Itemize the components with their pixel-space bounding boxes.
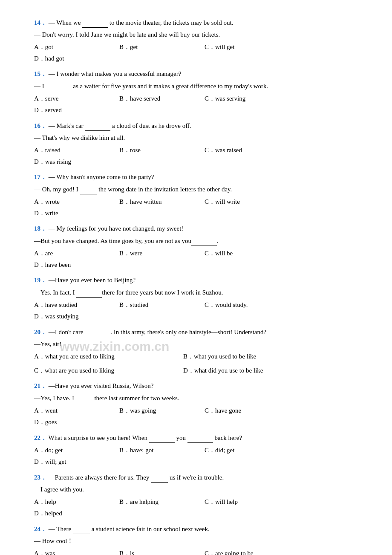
- q22-optD: D．will; get: [34, 456, 115, 468]
- q18-number: 18．: [34, 225, 47, 232]
- q17-optD: D．write: [34, 208, 115, 219]
- q14-optC: C．will get: [205, 41, 285, 53]
- q16-optA: A．raised: [34, 145, 115, 156]
- q19-optB: B．studied: [119, 299, 200, 311]
- q14-line2: — Don't worry. I told Jane we might be l…: [34, 29, 358, 40]
- q18-line2: —But you have changed. As time goes by, …: [34, 235, 358, 246]
- q17-options: A．wrote B．have written C．will write D．wr…: [34, 196, 358, 219]
- q15-blank1: [46, 81, 72, 91]
- q23-number: 23．: [34, 474, 47, 481]
- q22-blank1: [149, 432, 175, 443]
- q20-options2: C．what are you used to liking D．what did…: [34, 365, 358, 376]
- q18-line1: 18． — My feelings for you have not chang…: [34, 223, 358, 234]
- q17-optB: B．have written: [119, 196, 200, 208]
- q24-options: A．was B．is C．are going to be D．is going …: [34, 548, 358, 555]
- q21-optA: A．went: [34, 405, 115, 416]
- q15-number: 15．: [34, 70, 47, 77]
- q16-optC: C．was raised: [205, 145, 285, 156]
- q17-optC: C．will write: [205, 196, 285, 208]
- q15-optB: B．have served: [119, 93, 200, 104]
- question-15: 15． — I wonder what makes you a successf…: [34, 69, 358, 116]
- q15-optA: A．serve: [34, 93, 115, 104]
- q19-optA: A．have studied: [34, 299, 115, 311]
- q21-optD: D．goes: [34, 416, 115, 428]
- q19-line1: 19． —Have you ever been to Beijing?: [34, 275, 358, 285]
- q19-number: 19．: [34, 277, 47, 283]
- q14-optB: B．get: [119, 41, 200, 53]
- q20-optB: B．what you used to be like: [183, 351, 328, 362]
- q22-blank2: [187, 432, 213, 443]
- question-16: 16． — Mark's car a cloud of dust as he d…: [34, 120, 358, 168]
- q24-optA: A．was: [34, 548, 115, 555]
- q22-line1: 22． What a surprise to see you here! Whe…: [34, 432, 358, 443]
- q16-line1: 16． — Mark's car a cloud of dust as he d…: [34, 120, 358, 131]
- q17-number: 17．: [34, 173, 47, 180]
- q20-optC: C．what are you used to liking: [34, 365, 179, 376]
- q23-optB: B．are helping: [119, 496, 200, 508]
- q18-optC: C．will be: [205, 248, 285, 259]
- q21-options: A．went B．was going C．have gone D．goes: [34, 405, 358, 428]
- q15-line1: 15． — I wonder what makes you a successf…: [34, 69, 358, 79]
- q19-optC: C．would study.: [205, 299, 285, 311]
- q20-optD: D．what did you use to be like: [183, 365, 328, 376]
- q21-blank1: [76, 393, 93, 403]
- q21-line1: 21． —Have you ever visited Russia, Wilso…: [34, 381, 358, 391]
- q22-options: A．do; get B．have; got C．did; get D．will;…: [34, 445, 358, 468]
- q16-line2: — That's why we dislike him at all.: [34, 133, 358, 143]
- question-21: 21． —Have you ever visited Russia, Wilso…: [34, 381, 358, 428]
- q19-optD: D．was studying: [34, 311, 115, 322]
- q24-line1: 24． — There a student science fair in ou…: [34, 523, 358, 534]
- q23-line2: —I agree with you.: [34, 484, 358, 494]
- q18-optB: B．were: [119, 248, 200, 259]
- q15-optC: C．was serving: [205, 93, 285, 104]
- question-18: 18． — My feelings for you have not chang…: [34, 223, 358, 271]
- question-24: 24． — There a student science fair in ou…: [34, 523, 358, 555]
- q23-optD: D．helped: [34, 508, 115, 519]
- q24-optC: C．are going to be: [205, 548, 285, 555]
- q23-optA: A．help: [34, 496, 115, 508]
- q14-options: A．got B．get C．will get D．had got: [34, 41, 358, 64]
- q14-optA: A．got: [34, 41, 115, 53]
- q16-blank1: [85, 120, 110, 131]
- q22-optA: A．do; get: [34, 445, 115, 456]
- q17-line2: — Oh, my god! I the wrong date in the in…: [34, 184, 358, 194]
- q21-line2: —Yes, I have. I there last summer for tw…: [34, 393, 358, 403]
- q24-optB: B．is: [119, 548, 200, 555]
- q14-number: 14．: [34, 19, 47, 26]
- q18-options: A．are B．were C．will be D．have been: [34, 248, 358, 271]
- q14-optD: D．had got: [34, 53, 115, 64]
- question-22: 22． What a surprise to see you here! Whe…: [34, 432, 358, 468]
- question-23: 23． —Parents are always there for us. Th…: [34, 472, 358, 519]
- q21-optB: B．was going: [119, 405, 200, 416]
- q21-optC: C．have gone: [205, 405, 285, 416]
- q18-optA: A．are: [34, 248, 115, 259]
- q16-options: A．raised B．rose C．was raised D．was risin…: [34, 145, 358, 168]
- q22-number: 22．: [34, 434, 47, 441]
- q18-blank1: [191, 235, 217, 246]
- q22-optB: B．have; got: [119, 445, 200, 456]
- q19-line2: —Yes. In fact, I there for three years b…: [34, 287, 358, 298]
- question-19: 19． —Have you ever been to Beijing? —Yes…: [34, 275, 358, 322]
- q23-optC: C．will help: [205, 496, 285, 508]
- q23-line1: 23． —Parents are always there for us. Th…: [34, 472, 358, 483]
- q18-optD: D．have been: [34, 259, 115, 271]
- q15-options: A．serve B．have served C．was serving D．se…: [34, 93, 358, 116]
- q21-number: 21．: [34, 382, 47, 389]
- question-17: 17． — Why hasn't anyone come to the part…: [34, 172, 358, 219]
- q24-line2: — How cool！: [34, 536, 358, 546]
- watermark: www.zixin.com.cn: [60, 336, 169, 357]
- q15-optD: D．served: [34, 104, 115, 116]
- q16-number: 16．: [34, 122, 47, 129]
- q24-blank1: [73, 523, 90, 534]
- q23-options: A．help B．are helping C．will help D．helpe…: [34, 496, 358, 519]
- q17-optA: A．wrote: [34, 196, 115, 208]
- q17-line1: 17． — Why hasn't anyone come to the part…: [34, 172, 358, 182]
- q20-line2: —Yes, sir! www.zixin.com.cn: [34, 339, 358, 349]
- q20-line1: 20． —I don't care . In this army, there'…: [34, 327, 358, 337]
- q17-blank1: [80, 184, 97, 194]
- q16-optB: B．rose: [119, 145, 200, 156]
- main-content: 14． — When we to the movie theater, the …: [34, 17, 358, 555]
- question-20: 20． —I don't care . In this army, there'…: [34, 327, 358, 376]
- q14-blank1: [82, 17, 108, 28]
- q16-optD: D．was rising: [34, 156, 115, 168]
